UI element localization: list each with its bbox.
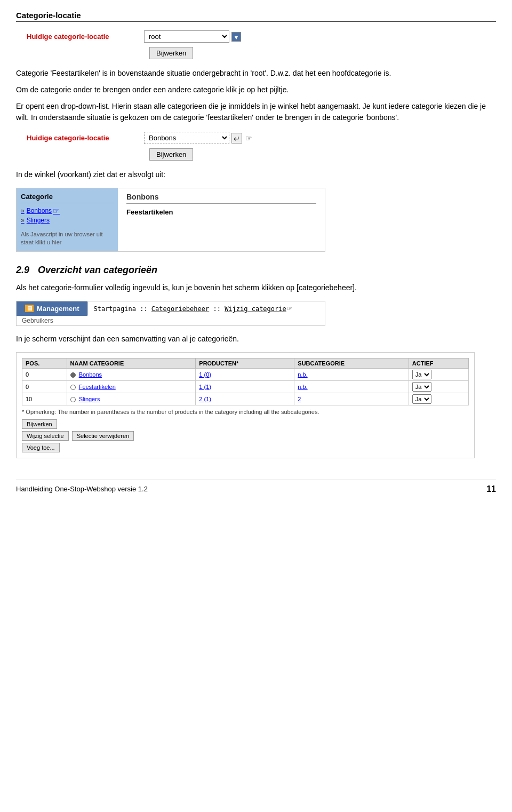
form1: Huidige categorie-locatie root ▼ Bijwerk… bbox=[16, 30, 496, 59]
nav-top-row: ▤ Management Startpagina :: Categoriebeh… bbox=[17, 301, 325, 316]
form1-label: Huidige categorie-locatie bbox=[27, 33, 144, 41]
row3-sub-link[interactable]: 2 bbox=[298, 396, 301, 402]
row2-subcategory: n.b. bbox=[294, 380, 409, 393]
section29-number: 2.9 bbox=[16, 265, 29, 275]
row2-products-link[interactable]: 1 (1) bbox=[199, 384, 211, 390]
table-buttons-row2: Wijzig selectie Selectie verwijderen bbox=[22, 431, 469, 441]
table-row: 0 Feestartikelen 1 (1) n.b. Ja bbox=[22, 380, 469, 393]
nav-screenshot: ▤ Management Startpagina :: Categoriebeh… bbox=[16, 301, 325, 326]
row1-products-link[interactable]: 1 (0) bbox=[199, 371, 211, 378]
row2-name-link[interactable]: Feestartikelen bbox=[79, 384, 116, 390]
footer-left: Handleiding One-Stop-Webshop versie 1.2 bbox=[16, 485, 148, 493]
row1-name: Bonbons bbox=[67, 368, 196, 380]
paragraph4: In de winkel (voorkant) ziet dat er alsv… bbox=[16, 169, 496, 180]
row3-name-link[interactable]: Slingers bbox=[79, 396, 100, 402]
paragraph5: Als het categorie-formulier volledig ing… bbox=[16, 282, 496, 293]
row3-pos: 10 bbox=[22, 393, 67, 405]
shop-sidebar-item-bonbons[interactable]: Bonbons☞ bbox=[21, 206, 114, 215]
cursor-hand-icon: ☞ bbox=[245, 134, 252, 142]
nav-management-label: Management bbox=[37, 305, 79, 313]
shop-sidebar-bonbons-label: Bonbons bbox=[27, 207, 52, 214]
row1-actief-select[interactable]: Ja bbox=[412, 370, 431, 379]
shop-sidebar: Categorie Bonbons☞ Slingers Als Javascri… bbox=[17, 188, 118, 251]
nav-breadcrumb: Startpagina :: Categoriebeheer :: Wijzig… bbox=[93, 304, 319, 313]
form2-button-row: Bijwerken bbox=[21, 148, 496, 161]
row3-radio[interactable] bbox=[70, 397, 76, 402]
table-screenshot: POS. NAAM CATEGORIE PRODUCTEN* SUBCATEGO… bbox=[16, 352, 475, 458]
row1-actief: Ja bbox=[409, 368, 468, 380]
form1-controls: root ▼ bbox=[144, 30, 241, 43]
col-subcategorie: SUBCATEGORIE bbox=[294, 358, 409, 368]
form2-update-button[interactable]: Bijwerken bbox=[149, 148, 193, 161]
form1-button-row: Bijwerken bbox=[21, 47, 496, 59]
row3-actief-select[interactable]: Ja bbox=[412, 394, 431, 404]
shop-main-category: Bonbons bbox=[126, 193, 316, 204]
row2-actief: Ja bbox=[409, 380, 468, 393]
sidebar-cursor-icon: ☞ bbox=[53, 206, 60, 215]
form1-select[interactable]: root bbox=[144, 30, 229, 43]
form2-label: Huidige categorie-locatie bbox=[27, 134, 144, 142]
section29-title: Overzicht van categorieën bbox=[38, 265, 157, 275]
shop-main-subcategory: Feestartikelen bbox=[126, 208, 316, 216]
row2-actief-select[interactable]: Ja bbox=[412, 382, 431, 392]
table-voeg-button[interactable]: Voeg toe... bbox=[22, 443, 60, 452]
form2-arrow-icon[interactable]: ↵ bbox=[231, 133, 242, 144]
paragraph6: In je scherm verschijnt dan een samenvat… bbox=[16, 333, 496, 345]
row1-sub-link[interactable]: n.b. bbox=[298, 371, 307, 378]
form1-row: Huidige categorie-locatie root ▼ bbox=[21, 30, 496, 43]
table-header-row: POS. NAAM CATEGORIE PRODUCTEN* SUBCATEGO… bbox=[22, 358, 469, 368]
form2-row: Huidige categorie-locatie Bonbons ↵ ☞ bbox=[21, 132, 496, 144]
shop-main: Bonbons Feestartikelen bbox=[118, 188, 325, 251]
row3-subcategory: 2 bbox=[294, 393, 409, 405]
col-actief: ACTIEF bbox=[409, 358, 468, 368]
row2-products: 1 (1) bbox=[196, 380, 294, 393]
section29-heading: 2.9Overzicht van categorieën bbox=[16, 265, 496, 276]
page-footer: Handleiding One-Stop-Webshop versie 1.2 … bbox=[16, 480, 496, 494]
breadcrumb-cursor-icon: ☞ bbox=[287, 304, 292, 313]
section-title: Categorie-locatie bbox=[16, 11, 496, 21]
paragraph2: Om de categorie onder te brengen onder e… bbox=[16, 84, 496, 95]
row3-name: Slingers bbox=[67, 393, 196, 405]
form2-select[interactable]: Bonbons bbox=[144, 132, 229, 144]
table-row: 10 Slingers 2 (1) 2 Ja bbox=[22, 393, 469, 405]
table-verwijderen-button[interactable]: Selectie verwijderen bbox=[72, 431, 134, 441]
row2-radio[interactable] bbox=[70, 385, 76, 390]
row2-pos: 0 bbox=[22, 380, 67, 393]
shop-sidebar-title: Categorie bbox=[21, 193, 114, 203]
row2-sub-link[interactable]: n.b. bbox=[298, 384, 307, 390]
section-header: Categorie-locatie bbox=[16, 11, 496, 22]
form2-controls: Bonbons ↵ ☞ bbox=[144, 132, 252, 144]
table-bijwerken-button[interactable]: Bijwerken bbox=[22, 419, 57, 429]
row1-name-link[interactable]: Bonbons bbox=[79, 371, 102, 378]
nav-breadcrumb-area: Startpagina :: Categoriebeheer :: Wijzig… bbox=[87, 302, 325, 315]
shop-sidebar-item-slingers[interactable]: Slingers bbox=[21, 217, 114, 224]
col-naam: NAAM CATEGORIE bbox=[67, 358, 196, 368]
shop-sidebar-slingers-label: Slingers bbox=[27, 217, 50, 224]
shop-screenshot: Categorie Bonbons☞ Slingers Als Javascri… bbox=[16, 188, 325, 252]
row1-pos: 0 bbox=[22, 368, 67, 380]
nav-management: ▤ Management bbox=[17, 301, 87, 316]
row3-products-link[interactable]: 2 (1) bbox=[199, 396, 211, 402]
management-icon: ▤ bbox=[25, 305, 34, 312]
nav-sub-item: Gebruikers bbox=[17, 316, 325, 325]
table-note: * Opmerking: The number in parentheses i… bbox=[22, 409, 469, 415]
row1-products: 1 (0) bbox=[196, 368, 294, 380]
form1-arrow-icon[interactable]: ▼ bbox=[231, 32, 241, 42]
breadcrumb-text: Startpagina :: Categoriebeheer :: Wijzig… bbox=[93, 305, 286, 313]
table-buttons: Bijwerken bbox=[22, 419, 469, 429]
row1-radio[interactable] bbox=[70, 372, 76, 378]
footer-right: 11 bbox=[486, 484, 496, 494]
row3-products: 2 (1) bbox=[196, 393, 294, 405]
shop-sidebar-js-note: Als Javascript in uw browser uit staat k… bbox=[21, 230, 114, 247]
row3-actief: Ja bbox=[409, 393, 468, 405]
paragraph3: Er opent een drop-down-list. Hierin staa… bbox=[16, 101, 496, 123]
category-table: POS. NAAM CATEGORIE PRODUCTEN* SUBCATEGO… bbox=[22, 358, 469, 405]
table-buttons-row3: Voeg toe... bbox=[22, 443, 469, 452]
row1-subcategory: n.b. bbox=[294, 368, 409, 380]
row2-name: Feestartikelen bbox=[67, 380, 196, 393]
paragraph1: Categorie 'Feestartikelen' is in bovenst… bbox=[16, 68, 496, 79]
col-producten: PRODUCTEN* bbox=[196, 358, 294, 368]
table-wijzig-button[interactable]: Wijzig selectie bbox=[22, 431, 69, 441]
form1-update-button[interactable]: Bijwerken bbox=[149, 47, 193, 59]
col-pos: POS. bbox=[22, 358, 67, 368]
